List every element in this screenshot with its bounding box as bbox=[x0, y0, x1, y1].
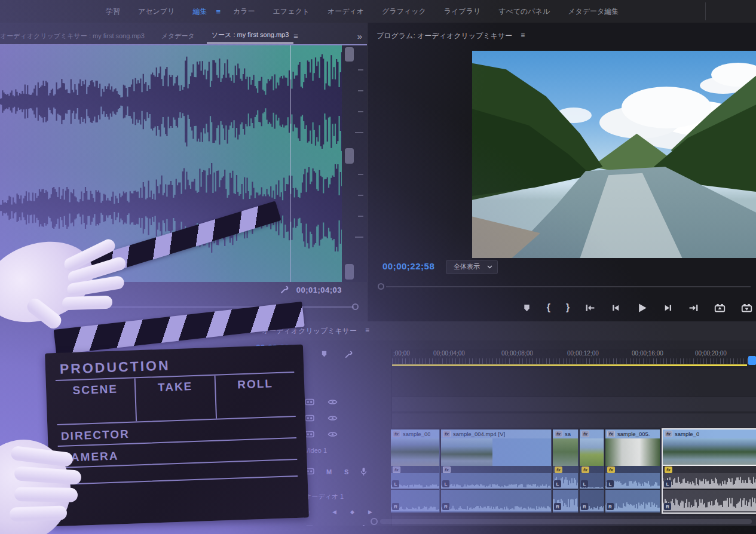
fit-zoom-select[interactable]: 全体表示 bbox=[446, 260, 498, 274]
close-panel-icon[interactable]: × bbox=[251, 326, 255, 334]
step-forward-icon[interactable] bbox=[663, 303, 673, 313]
settings-wrench-icon[interactable] bbox=[280, 285, 289, 294]
audio-clip[interactable]: fx L R bbox=[441, 466, 552, 512]
channel-badge-right: R bbox=[442, 503, 449, 510]
add-marker-icon[interactable] bbox=[522, 303, 531, 312]
program-scrollbar[interactable] bbox=[374, 283, 751, 290]
play-icon[interactable] bbox=[636, 302, 648, 314]
fx-badge: fx bbox=[393, 431, 400, 437]
workspace-tab-libraries[interactable]: ライブラリ bbox=[435, 7, 489, 17]
track-a1-header: M S bbox=[299, 466, 391, 480]
fx-badge: fx bbox=[581, 467, 589, 473]
program-timecode[interactable]: 00;00;22;58 bbox=[382, 261, 434, 271]
wave-scrollbar-handle-bottom[interactable] bbox=[345, 264, 354, 280]
workspace-tab-metadata-edit[interactable]: メタデータ編集 bbox=[559, 7, 628, 17]
audio-clip[interactable]: fx L R bbox=[605, 466, 660, 512]
channel-badge-left: L bbox=[581, 480, 588, 487]
window-bottom-edge bbox=[0, 526, 756, 534]
timeline-timecode[interactable]: 00;00;22;58 bbox=[256, 343, 301, 352]
source-monitor-panel: オーディオクリップミキサー : my first song.mp3 メタデータ … bbox=[0, 23, 367, 321]
timeline-marker-icon[interactable] bbox=[320, 350, 328, 358]
tab-source[interactable]: ソース : my first song.mp3 bbox=[203, 30, 298, 42]
workspace-tab-assembly[interactable]: アセンブリ bbox=[129, 7, 183, 17]
ruler-tick-label: 00;00;12;00 bbox=[567, 350, 599, 357]
workspace-tab-learning[interactable]: 学習 bbox=[97, 7, 129, 17]
timeline-settings-wrench-icon[interactable] bbox=[344, 350, 353, 359]
workspace-tab-audio[interactable]: オーディオ bbox=[319, 7, 373, 17]
timeline-menu-icon[interactable]: ≡ bbox=[365, 326, 369, 336]
source-duration: 00;01;04;03 bbox=[296, 286, 342, 294]
program-video-preview bbox=[472, 51, 756, 258]
video-clip-selected[interactable]: fxsample_0 bbox=[663, 429, 756, 467]
add-keyframe-icon[interactable]: ◆ bbox=[350, 509, 354, 515]
step-back-icon[interactable] bbox=[611, 303, 621, 313]
source-zoom-scrollbar[interactable] bbox=[8, 303, 359, 311]
workspace-tab-color[interactable]: カラー bbox=[224, 7, 264, 17]
track-source-icon[interactable] bbox=[305, 414, 314, 422]
audio-clip[interactable]: fx L R bbox=[580, 466, 604, 512]
audio-clip[interactable]: fx L R bbox=[553, 466, 579, 512]
source-playhead[interactable] bbox=[290, 45, 291, 282]
mark-in-icon[interactable]: { bbox=[547, 302, 550, 313]
solo-button[interactable]: S bbox=[344, 468, 348, 475]
fx-badge: fx bbox=[443, 431, 451, 437]
lift-icon[interactable] bbox=[714, 302, 726, 314]
previous-keyframe-icon[interactable]: ◀ bbox=[332, 509, 336, 515]
track-label-audio1[interactable]: オーディオ 1 bbox=[305, 492, 344, 501]
video-clip[interactable]: fxsample_004.mp4 [V] bbox=[441, 429, 552, 467]
source-waveform-display bbox=[0, 44, 367, 282]
toggle-track-output-eye-icon[interactable] bbox=[328, 430, 338, 438]
channel-badge-left: L bbox=[664, 480, 671, 487]
playhead-handle[interactable] bbox=[748, 356, 756, 365]
video-clip[interactable]: fxsample_00 bbox=[391, 429, 440, 467]
audio-clip[interactable]: fx L R bbox=[391, 466, 440, 512]
track-source-icon[interactable] bbox=[305, 430, 314, 438]
track-source-icon[interactable] bbox=[305, 398, 314, 406]
mark-out-icon[interactable]: } bbox=[566, 302, 570, 313]
tab-metadata[interactable]: メタデータ bbox=[153, 32, 203, 41]
workspace-menu-icon[interactable]: ≡ bbox=[216, 7, 224, 16]
voiceover-mic-icon[interactable] bbox=[360, 467, 368, 476]
wave-scrollbar-handle-top[interactable] bbox=[345, 47, 354, 62]
extract-icon[interactable] bbox=[741, 302, 752, 314]
video-clip[interactable]: fxsample_005. bbox=[605, 429, 660, 467]
fx-badge: fx bbox=[581, 431, 589, 437]
track-v3-header bbox=[299, 397, 391, 411]
workspace-tab-all-panels[interactable]: すべてのパネル bbox=[489, 7, 559, 17]
render-status-bar bbox=[392, 364, 747, 366]
go-to-out-icon[interactable] bbox=[688, 303, 699, 313]
timeline-tab[interactable]: オーディオクリップミキサー ≡ bbox=[262, 326, 369, 336]
ruler-tick-label: ;00;00 bbox=[393, 350, 410, 357]
fx-badge: fx bbox=[555, 431, 562, 437]
workspace-tab-editing[interactable]: 編集 bbox=[183, 7, 216, 17]
timeline-ruler[interactable]: ;00;00 00;00;04;00 00;00;08;00 00;00;12;… bbox=[392, 349, 756, 369]
track-label-video1[interactable]: Video 1 bbox=[305, 447, 327, 454]
video-clip[interactable]: fx bbox=[580, 429, 604, 467]
panel-overflow-icon[interactable]: » bbox=[357, 31, 362, 41]
audio-clip-selected[interactable]: fx L R bbox=[663, 466, 756, 512]
toggle-track-output-eye-icon[interactable] bbox=[328, 414, 338, 422]
tab-audio-clip-mixer[interactable]: オーディオクリップミキサー : my first song.mp3 bbox=[0, 32, 153, 41]
track-v2-header bbox=[299, 413, 391, 427]
workspace-tab-graphics[interactable]: グラフィック bbox=[373, 7, 435, 17]
toggle-track-output-eye-icon[interactable] bbox=[328, 398, 338, 406]
track-a1: fx L R fx L R fx L bbox=[392, 466, 756, 512]
workspace-tab-effects[interactable]: エフェクト bbox=[264, 7, 319, 17]
next-keyframe-icon[interactable]: ▶ bbox=[368, 509, 372, 515]
timeline-tab-bar: × オーディオクリップミキサー ≡ bbox=[0, 321, 756, 340]
track-source-icon[interactable] bbox=[305, 467, 314, 475]
topbar-divider bbox=[705, 2, 706, 20]
channel-badge-right: R bbox=[581, 503, 588, 510]
program-panel-menu-icon[interactable]: ≡ bbox=[521, 31, 525, 41]
keyframe-toggle-icon[interactable]: ○ bbox=[307, 509, 310, 515]
timeline-track-area: ;00;00 00;00;04;00 00;00;08;00 00;00;12;… bbox=[391, 349, 756, 526]
mute-button[interactable]: M bbox=[326, 468, 332, 475]
channel-badge-left: L bbox=[392, 480, 399, 487]
go-to-in-icon[interactable] bbox=[585, 303, 595, 313]
fx-badge: fx bbox=[665, 467, 672, 473]
timeline-horizontal-scrollbar[interactable] bbox=[366, 517, 754, 526]
track-v2[interactable] bbox=[392, 413, 756, 428]
track-v3[interactable] bbox=[392, 397, 756, 412]
video-clip[interactable]: fxsa bbox=[553, 429, 579, 467]
wave-scrollbar-handle-mid[interactable] bbox=[345, 148, 354, 164]
